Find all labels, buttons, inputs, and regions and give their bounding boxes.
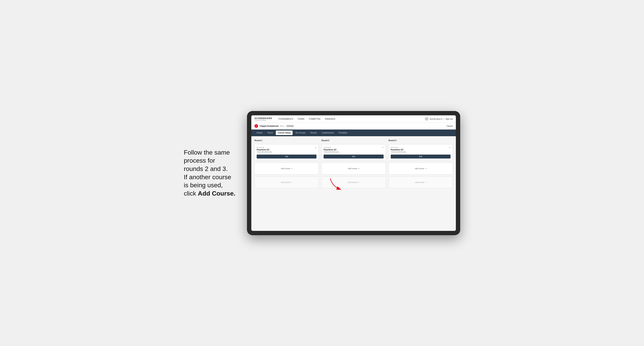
logo-title: SCOREBOARD	[254, 117, 272, 120]
course-name-r2: Peachtree GC	[324, 149, 339, 151]
round-2-column: Round 2 (Course A) Peachtree GC Yellow (…	[322, 139, 386, 188]
add-course-button-r2-2: Add Course +	[322, 176, 386, 188]
add-course-button-r1-1[interactable]: Add Course +	[254, 163, 319, 174]
tab-bar: Details Teams Course Setup Tee Groups Re…	[251, 130, 456, 136]
add-course-emphasis: Add Course.	[198, 190, 235, 197]
add-course-button-r2-1[interactable]: Add Course +	[322, 163, 386, 174]
nav-tournaments[interactable]: TOURNAMENTS	[276, 117, 295, 121]
cancel-button[interactable]: Cancel	[446, 125, 453, 127]
nav-links: TOURNAMENTS TEAMS COMMITTEE RANKINGS	[276, 117, 425, 121]
plus-icon-r3: +	[425, 167, 426, 170]
plus-icon-r2-2: +	[358, 181, 360, 183]
tablet-screen: SCOREBOARD Powered by clippd TOURNAMENTS…	[251, 115, 456, 231]
course-name: Peachtree GC	[257, 149, 272, 151]
course-label-r3: (Course A)	[391, 147, 406, 148]
round-3-column: Round 3 (Course A) Peachtree GC Yellow (…	[388, 139, 453, 188]
sign-out-link[interactable]: Sign out	[446, 118, 453, 120]
add-course-label-r1-2: Add Course +	[281, 181, 292, 183]
plus-icon-r3-2: +	[425, 181, 426, 183]
plus-icon-2: +	[291, 181, 292, 183]
user-avatar	[425, 117, 428, 121]
main-content: Round 1 (Course A) Peachtree GC Yellow (…	[251, 136, 456, 231]
add-course-label-r2-2: Add Course +	[348, 181, 360, 183]
tab-leaderboards[interactable]: Leaderboards	[320, 131, 336, 135]
round-3-title: Round 3	[388, 139, 453, 142]
add-course-button-r3-2: Add Course +	[388, 176, 453, 188]
add-course-label-r2-1: Add Course +	[348, 167, 360, 170]
instruction-text: Follow the same process for rounds 2 and…	[184, 149, 239, 198]
round-3-course-card: (Course A) Peachtree GC Yellow (M) (6629…	[388, 144, 453, 161]
user-email: blair@clippd.io	[430, 118, 443, 120]
course-info-r3: (Course A) Peachtree GC Yellow (M) (6629…	[391, 147, 406, 154]
tab-course-setup[interactable]: Course Setup	[276, 131, 292, 135]
course-details: Yellow (M) (6629 yds)	[257, 151, 272, 153]
tournament-name: Clippd Invitational	[260, 125, 278, 127]
sub-nav: C Clippd Invitational (Men) Hosting Canc…	[251, 123, 456, 130]
hosting-badge: Hosting	[286, 125, 294, 127]
round-2-course-card: (Course A) Peachtree GC Yellow (M) (6629…	[322, 144, 386, 161]
edit-course-button-r1[interactable]: Edit	[257, 155, 316, 159]
logo-subtitle: Powered by clippd	[254, 120, 272, 121]
separator: |	[444, 118, 444, 120]
logo-area: SCOREBOARD Powered by clippd	[254, 117, 272, 121]
course-label-r2: (Course A)	[324, 147, 339, 148]
top-nav: SCOREBOARD Powered by clippd TOURNAMENTS…	[251, 115, 456, 123]
delete-course-icon-r3[interactable]: ✕	[449, 147, 450, 149]
round-1-course-card: (Course A) Peachtree GC Yellow (M) (6629…	[254, 144, 319, 161]
round-1-title: Round 1	[254, 139, 319, 142]
add-course-label-r3-2: Add Course +	[415, 181, 426, 183]
add-course-button-r1-2: Add Course +	[254, 176, 319, 188]
add-course-button-r3-1[interactable]: Add Course +	[388, 163, 453, 174]
plus-icon: +	[291, 167, 292, 170]
add-course-label-r3-1: Add Course +	[415, 167, 426, 170]
tab-results[interactable]: Results	[308, 131, 319, 135]
course-name-r3: Peachtree GC	[391, 149, 406, 151]
tab-printables[interactable]: Printables	[336, 131, 349, 135]
course-info-r2: (Course A) Peachtree GC Yellow (M) (6629…	[324, 147, 339, 154]
nav-teams[interactable]: TEAMS	[296, 117, 306, 121]
plus-icon-r2: +	[358, 167, 360, 170]
tablet-frame: SCOREBOARD Powered by clippd TOURNAMENTS…	[247, 111, 460, 235]
page-wrapper: Follow the same process for rounds 2 and…	[184, 111, 460, 235]
nav-rankings[interactable]: RANKINGS	[323, 117, 337, 121]
tab-teams[interactable]: Teams	[265, 131, 275, 135]
men-badge: (Men)	[280, 125, 284, 127]
edit-course-button-r2[interactable]: Edit	[324, 155, 384, 159]
tournament-logo-icon: C	[254, 124, 258, 128]
nav-committee[interactable]: COMMITTEE	[307, 117, 322, 121]
tab-tee-groups[interactable]: Tee Groups	[293, 131, 308, 135]
round-2-title: Round 2	[322, 139, 386, 142]
course-details-r2: Yellow (M) (6629 yds)	[324, 151, 339, 153]
rounds-grid: Round 1 (Course A) Peachtree GC Yellow (…	[254, 139, 453, 188]
delete-course-icon[interactable]: ✕	[315, 147, 316, 149]
course-details-r3: Yellow (M) (6629 yds)	[391, 151, 406, 153]
round-1-column: Round 1 (Course A) Peachtree GC Yellow (…	[254, 139, 319, 188]
edit-course-button-r3[interactable]: Edit	[391, 155, 450, 159]
nav-right: blair@clippd.io | Sign out	[425, 117, 453, 121]
delete-course-icon-r2[interactable]: ✕	[382, 147, 384, 149]
tab-details[interactable]: Details	[254, 131, 264, 135]
add-course-label-r1-1: Add Course +	[281, 167, 292, 170]
course-info: (Course A) Peachtree GC Yellow (M) (6629…	[257, 147, 272, 154]
course-label: (Course A)	[257, 147, 272, 148]
